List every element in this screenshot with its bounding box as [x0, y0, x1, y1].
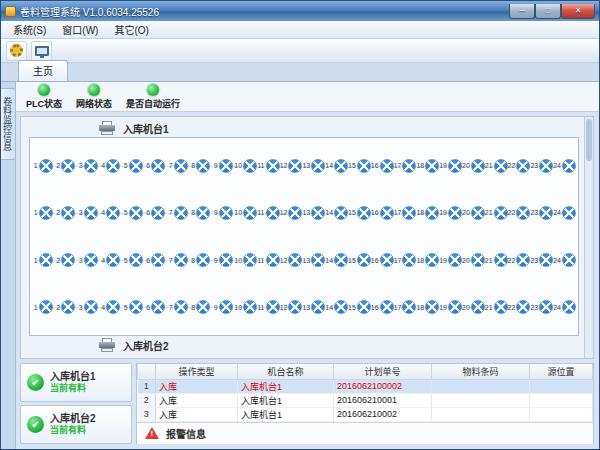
station[interactable]: 22 [508, 253, 531, 267]
station[interactable]: 24 [553, 206, 576, 220]
table-row[interactable]: 2入库入库机台1201606210001 [138, 393, 593, 407]
station[interactable]: 17 [394, 159, 417, 173]
station[interactable]: 17 [394, 253, 417, 267]
station[interactable]: 11 [257, 300, 279, 314]
station[interactable]: 19 [439, 206, 462, 220]
station[interactable]: 7 [167, 159, 189, 173]
station[interactable]: 12 [280, 253, 303, 267]
station[interactable]: 19 [439, 253, 462, 267]
station[interactable]: 1 [32, 300, 54, 314]
station[interactable]: 4 [99, 253, 121, 267]
station[interactable]: 13 [302, 206, 325, 220]
station[interactable]: 2 [54, 253, 76, 267]
close-button[interactable]: ✕ [561, 4, 595, 19]
station[interactable]: 18 [416, 253, 439, 267]
station[interactable]: 16 [371, 206, 394, 220]
station[interactable]: 15 [348, 206, 371, 220]
printer-icon[interactable] [99, 121, 117, 135]
station[interactable]: 18 [416, 159, 439, 173]
machine2-card[interactable]: ✔ 入库机台2 当前有料 [20, 405, 132, 444]
station[interactable]: 9 [212, 159, 234, 173]
station[interactable]: 12 [280, 206, 303, 220]
station[interactable]: 1 [32, 159, 54, 173]
station[interactable]: 23 [530, 300, 553, 314]
station[interactable]: 2 [54, 159, 76, 173]
station[interactable]: 3 [77, 253, 99, 267]
station[interactable]: 7 [167, 206, 189, 220]
station[interactable]: 23 [530, 206, 553, 220]
station[interactable]: 15 [348, 159, 371, 173]
monitor-button[interactable] [31, 41, 52, 61]
station[interactable]: 8 [189, 300, 211, 314]
station[interactable]: 7 [167, 253, 189, 267]
station[interactable]: 22 [508, 206, 531, 220]
col-plan-number[interactable]: 计划单号 [334, 364, 432, 379]
station[interactable]: 17 [394, 206, 417, 220]
col-operation-type[interactable]: 操作类型 [156, 364, 238, 379]
station[interactable]: 8 [189, 159, 211, 173]
station[interactable]: 10 [234, 206, 257, 220]
station[interactable]: 24 [553, 253, 576, 267]
station[interactable]: 24 [553, 159, 576, 173]
station[interactable]: 8 [189, 206, 211, 220]
station[interactable]: 7 [167, 300, 189, 314]
station[interactable]: 5 [122, 300, 144, 314]
scrollbar-thumb[interactable] [586, 119, 592, 161]
station[interactable]: 4 [99, 300, 121, 314]
station[interactable]: 5 [122, 206, 144, 220]
col-material-barcode[interactable]: 物料条码 [432, 364, 530, 379]
menu-other[interactable]: 其它(O) [106, 20, 156, 39]
station[interactable]: 14 [325, 206, 348, 220]
station[interactable]: 21 [485, 159, 508, 173]
station[interactable]: 2 [54, 206, 76, 220]
station[interactable]: 10 [234, 300, 257, 314]
table-row[interactable]: 3入库入库机台1201606210002 [138, 407, 593, 421]
station[interactable]: 13 [302, 300, 325, 314]
station[interactable]: 14 [325, 159, 348, 173]
row-index[interactable]: 3 [138, 407, 156, 421]
station[interactable]: 19 [439, 159, 462, 173]
row-index[interactable]: 2 [138, 393, 156, 407]
station[interactable]: 15 [348, 253, 371, 267]
station[interactable]: 6 [144, 206, 166, 220]
station[interactable]: 20 [462, 300, 485, 314]
station[interactable]: 17 [394, 300, 417, 314]
station[interactable]: 18 [416, 206, 439, 220]
printer-icon[interactable] [99, 338, 117, 352]
side-tab-monitor[interactable]: 卷料监控信息 [0, 88, 16, 160]
station[interactable]: 18 [416, 300, 439, 314]
station[interactable]: 2 [54, 300, 76, 314]
station[interactable]: 5 [122, 253, 144, 267]
vertical-scrollbar[interactable] [584, 117, 593, 358]
station[interactable]: 21 [485, 206, 508, 220]
station[interactable]: 3 [77, 159, 99, 173]
station[interactable]: 1 [32, 253, 54, 267]
station[interactable]: 15 [348, 300, 371, 314]
station[interactable]: 5 [122, 159, 144, 173]
station[interactable]: 6 [144, 159, 166, 173]
station[interactable]: 10 [234, 253, 257, 267]
station[interactable]: 11 [257, 206, 279, 220]
station[interactable]: 23 [530, 159, 553, 173]
station[interactable]: 9 [212, 206, 234, 220]
col-machine-name[interactable]: 机台名称 [238, 364, 334, 379]
machine1-card[interactable]: ✔ 入库机台1 当前有料 [20, 363, 132, 402]
station[interactable]: 23 [530, 253, 553, 267]
station[interactable]: 8 [189, 253, 211, 267]
row-index[interactable]: 1 [138, 379, 156, 393]
station[interactable]: 16 [371, 253, 394, 267]
station[interactable]: 16 [371, 300, 394, 314]
station[interactable]: 24 [553, 300, 576, 314]
station[interactable]: 20 [462, 253, 485, 267]
station[interactable]: 10 [234, 159, 257, 173]
col-source-location[interactable]: 源位置 [530, 364, 593, 379]
station[interactable]: 9 [212, 253, 234, 267]
minimize-button[interactable]: ─ [509, 4, 535, 19]
settings-button[interactable] [6, 41, 27, 61]
menu-window[interactable]: 窗口(W) [54, 20, 106, 39]
station[interactable]: 12 [280, 159, 303, 173]
station[interactable]: 11 [257, 253, 279, 267]
tab-home[interactable]: 主页 [18, 60, 68, 81]
station[interactable]: 9 [212, 300, 234, 314]
station[interactable]: 20 [462, 206, 485, 220]
